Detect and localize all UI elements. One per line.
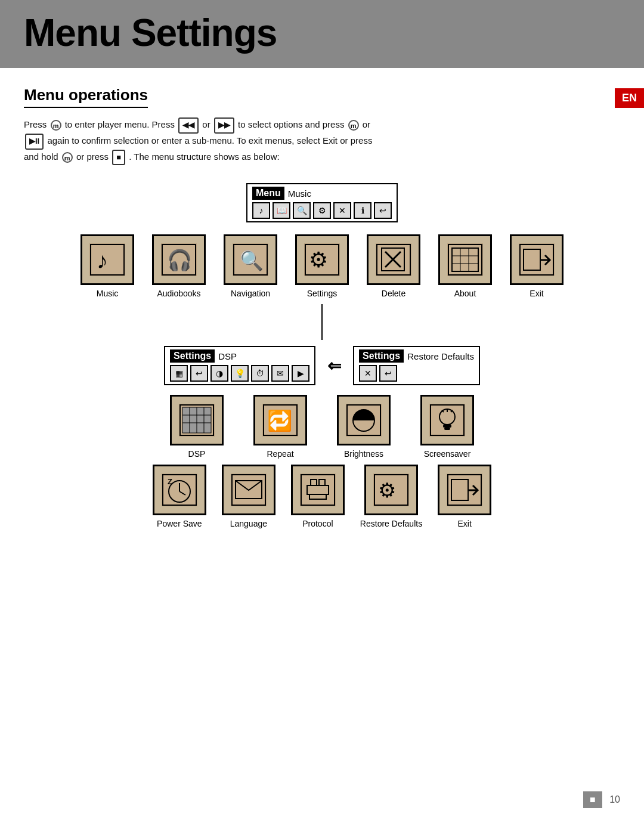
desc-part8: . The menu structure shows as below: [129, 151, 279, 162]
brightness-icon-box [337, 395, 391, 445]
settings-mini-language: ✉ [271, 365, 289, 382]
dsp-svg [179, 404, 215, 437]
mini-icon-audiobooks: 📖 [273, 202, 290, 219]
settings-mini-brightness: ◑ [210, 365, 228, 382]
desc-part5: again to confirm selection or enter a su… [47, 135, 372, 146]
powersave-label: Power Save [157, 519, 202, 528]
settings-bar-1-right: DSP [218, 351, 237, 361]
settings-svg: ⚙ [304, 243, 340, 276]
desc-part7: or press [76, 151, 111, 162]
mini-icon-navigation: 🔍 [293, 202, 311, 219]
svg-text:Z: Z [168, 477, 172, 486]
icon-item-repeat: 🔁 Repeat [253, 395, 307, 459]
navigation-label: Navigation [231, 289, 270, 298]
menu-bar: Menu Music ♪ 📖 🔍 ⚙ ✕ ℹ ↩ [246, 183, 398, 222]
settings-mini-icons-1: ▦ ↩ ◑ 💡 ⏱ ✉ ▶ [170, 365, 309, 382]
settings-label: Settings [307, 289, 338, 298]
icon-item-delete: Delete [367, 234, 420, 298]
desc-part2: to enter player menu. Press [65, 119, 177, 129]
icon-item-restore: ⚙ Restore Defaults [360, 465, 422, 528]
settings-mini-dsp: ▦ [170, 365, 188, 382]
audiobooks-label: Audiobooks [157, 289, 200, 298]
icon-item-brightness: Brightness [337, 395, 391, 459]
icon-item-exit-bottom: Exit [438, 465, 491, 528]
language-svg [231, 474, 267, 506]
menu-icon-3: m [62, 152, 73, 163]
svg-text:🔍: 🔍 [240, 249, 264, 272]
screensaver-svg [429, 404, 465, 437]
protocol-svg [300, 474, 336, 506]
repeat-label: Repeat [267, 449, 293, 459]
music-icon-box: ♪ [80, 234, 134, 285]
icon-item-protocol: Protocol [291, 465, 345, 528]
exit-bottom-label: Exit [457, 519, 471, 528]
settings-mini-repeat: ↩ [190, 365, 208, 382]
double-arrow-icon: ⇐ [327, 356, 341, 376]
language-badge: EN [615, 88, 644, 108]
settings-mini-powersave: ⏱ [251, 365, 269, 382]
audiobooks-icon-box: 🎧 [152, 234, 206, 285]
icon-item-screensaver: Screensaver [420, 395, 474, 459]
dsp-label: DSP [188, 449, 206, 459]
restore-label: Restore Defaults [360, 519, 422, 528]
mini-icon-music: ♪ [252, 202, 270, 219]
menu-bar-container: Menu Music ♪ 📖 🔍 ⚙ ✕ ℹ ↩ [24, 183, 620, 222]
page-number-text: 10 [609, 794, 620, 804]
next-button-label: ▶▶ [214, 117, 234, 134]
top-icons-row: ♪ Music 🎧 Audiobooks 🔍 [24, 234, 620, 298]
mini-icon-about: ℹ [354, 202, 371, 219]
mini-icon-delete: ✕ [333, 202, 351, 219]
exit-bottom-icon-box [438, 465, 491, 515]
svg-rect-45 [443, 425, 451, 428]
icon-item-exit: Exit [510, 234, 564, 298]
exit-icon-box [510, 234, 564, 285]
about-label: About [454, 289, 476, 298]
settings-icon-box: ⚙ [295, 234, 349, 285]
settings-bar-2-right: Restore Defaults [407, 351, 474, 361]
svg-rect-46 [444, 428, 450, 430]
page-title: Menu Settings [24, 11, 620, 55]
settings-mini-icons-2: ✕ ↩ [359, 365, 474, 382]
powersave-icon-box: Z [153, 465, 206, 515]
svg-rect-18 [448, 245, 482, 275]
navigation-icon-box: 🔍 [224, 234, 277, 285]
navigation-svg: 🔍 [233, 243, 268, 276]
play-pause-label: ▶II [25, 134, 44, 150]
icon-item-navigation: 🔍 Navigation [224, 234, 277, 298]
settings-mini-exit2: ↩ [379, 365, 397, 382]
double-arrow: ⇐ [327, 356, 341, 376]
stop-button-label: ■ [112, 150, 125, 166]
delete-icon-box [367, 234, 420, 285]
icon-item-music: ♪ Music [80, 234, 134, 298]
delete-label: Delete [382, 289, 405, 298]
settings-mini-restore: ✕ [359, 365, 377, 382]
settings-bar-2-top: Settings Restore Defaults [359, 349, 474, 363]
desc-part1: Press [24, 119, 47, 129]
desc-part6: and hold [24, 151, 61, 162]
page-box-icon: ■ [583, 791, 602, 808]
language-label: Language [230, 519, 267, 528]
screensaver-label: Screensaver [424, 449, 471, 459]
menu-icon-2: m [348, 120, 359, 131]
restore-svg: ⚙ [373, 474, 409, 506]
settings-bar-2: Settings Restore Defaults ✕ ↩ [353, 346, 480, 385]
protocol-label: Protocol [302, 519, 333, 528]
svg-rect-60 [301, 475, 335, 505]
exit-label: Exit [530, 289, 543, 298]
settings-mini-more: ▶ [292, 365, 309, 382]
icon-item-powersave: Z Power Save [153, 465, 206, 528]
menu-bar-top: Menu Music [252, 187, 392, 200]
svg-text:⚙: ⚙ [309, 247, 328, 272]
mid-icons-row: DSP 🔁 Repeat [24, 395, 620, 459]
menu-bar-label: Menu [252, 187, 284, 200]
main-content: Menu operations Press m to enter player … [0, 68, 644, 558]
connector-line-v1 [321, 304, 323, 340]
repeat-svg: 🔁 [262, 404, 298, 437]
delete-svg [376, 243, 411, 276]
section-title: Menu operations [24, 86, 148, 108]
icon-item-dsp: DSP [170, 395, 224, 459]
menu-bar-right: Music [288, 188, 311, 199]
description-text: Press m to enter player menu. Press ◀◀ o… [24, 117, 620, 165]
repeat-icon-box: 🔁 [253, 395, 307, 445]
settings-bar-1-top: Settings DSP [170, 349, 309, 363]
